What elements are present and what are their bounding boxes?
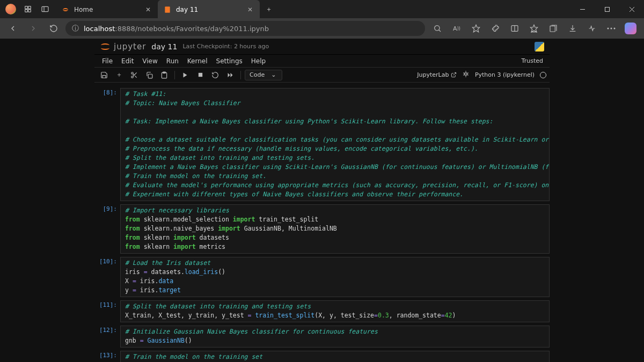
jupyter-menubar: File Edit View Run Kernel Settings Help … <box>94 55 550 68</box>
cell-type-select[interactable]: Code⌄ <box>245 70 282 80</box>
kernel-status-icon[interactable] <box>540 72 546 78</box>
jupyter-logo-text: jupyter <box>114 42 146 51</box>
collections-icon[interactable] <box>544 19 562 38</box>
paste-button[interactable] <box>158 69 171 81</box>
cell-prompt: [9]: <box>94 204 120 254</box>
trusted-label[interactable]: Trusted <box>522 57 546 64</box>
browser-addressbar: ⓘ localhost:8888/notebooks/Favorites/day… <box>0 18 644 39</box>
copilot-icon[interactable] <box>625 23 636 34</box>
cell-prompt: [8]: <box>94 88 120 201</box>
browser-tab-day11[interactable]: day 11 ✕ <box>158 0 260 18</box>
jupyterlab-link[interactable]: JupyterLab <box>417 71 457 78</box>
notebook-cells: [8]: # Task #11: # Topic: Naive Bayes Cl… <box>94 88 550 362</box>
split-screen-icon[interactable] <box>506 19 524 38</box>
svg-line-40 <box>467 73 469 73</box>
svg-line-41 <box>463 75 464 75</box>
svg-rect-4 <box>42 6 48 11</box>
svg-rect-6 <box>165 6 170 13</box>
svg-point-21 <box>611 28 612 29</box>
debugger-icon[interactable] <box>462 70 470 79</box>
tab-title: day 11 <box>176 6 241 13</box>
save-button[interactable] <box>98 69 111 81</box>
jupyter-logo-icon <box>100 41 111 52</box>
maximize-button[interactable] <box>595 0 619 18</box>
cell-prompt: [10]: <box>94 257 120 297</box>
workspaces-icon[interactable] <box>20 2 35 17</box>
favorites-bar-icon[interactable] <box>525 19 543 38</box>
code-cell[interactable]: [11]: # Split the dataset into training … <box>94 300 550 322</box>
svg-line-12 <box>439 30 441 32</box>
code-cell[interactable]: [12]: # Initialize Gaussian Naive Bayes … <box>94 326 550 348</box>
site-info-icon[interactable]: ⓘ <box>71 24 79 33</box>
code-cell[interactable]: [9]: # Import necessary libraries from s… <box>94 204 550 254</box>
url-input[interactable]: ⓘ localhost:8888/notebooks/Favorites/day… <box>65 21 425 36</box>
url-text: localhost:8888/notebooks/Favorites/day%2… <box>84 25 269 33</box>
cut-button[interactable] <box>128 69 141 81</box>
more-icon[interactable] <box>602 19 620 38</box>
extensions-icon[interactable] <box>486 19 504 38</box>
svg-point-22 <box>614 28 616 29</box>
jupyter-logo[interactable]: jupyter <box>100 41 146 52</box>
svg-rect-18 <box>550 26 555 32</box>
code-editor[interactable]: # Initialize Gaussian Naive Bayes classi… <box>120 326 550 348</box>
close-icon[interactable]: ✕ <box>144 5 152 14</box>
kernel-name[interactable]: Python 3 (ipykernel) <box>475 71 535 78</box>
browser-titlebar: Home ✕ day 11 ✕ ＋ <box>0 0 644 18</box>
svg-rect-32 <box>198 73 202 77</box>
code-cell[interactable]: [8]: # Task #11: # Topic: Naive Bayes Cl… <box>94 88 550 201</box>
minimize-button[interactable] <box>570 0 595 18</box>
svg-point-36 <box>465 73 467 76</box>
code-editor[interactable]: # Split the dataset into training and te… <box>120 300 550 322</box>
browser-tabs: Home ✕ day 11 ✕ ＋ <box>56 0 570 18</box>
copy-button[interactable] <box>143 69 156 81</box>
tab-actions-icon[interactable] <box>38 2 53 17</box>
menu-edit[interactable]: Edit <box>117 56 138 67</box>
add-cell-button[interactable]: ＋ <box>113 69 126 81</box>
menu-settings[interactable]: Settings <box>212 56 247 67</box>
downloads-icon[interactable] <box>564 19 582 38</box>
svg-rect-0 <box>25 6 28 9</box>
performance-icon[interactable] <box>583 19 601 38</box>
restart-button[interactable] <box>209 69 222 81</box>
favorite-icon[interactable] <box>467 19 485 38</box>
refresh-button[interactable] <box>45 20 62 37</box>
notebook-title[interactable]: day 11 <box>151 42 177 51</box>
back-button[interactable] <box>4 20 21 37</box>
svg-rect-28 <box>148 74 152 78</box>
interrupt-button[interactable] <box>194 69 207 81</box>
profile-avatar[interactable] <box>5 4 16 14</box>
run-button[interactable] <box>179 69 192 81</box>
search-engine-icon[interactable] <box>428 19 447 38</box>
svg-line-35 <box>453 72 456 75</box>
notebook-favicon <box>163 5 172 14</box>
checkpoint-text: Last Checkpoint: 2 hours ago <box>182 43 269 50</box>
svg-marker-34 <box>231 73 233 77</box>
python-icon <box>535 42 544 51</box>
code-editor[interactable]: # Train the model on the training set gn… <box>120 351 550 362</box>
read-aloud-icon[interactable]: A)) <box>448 19 466 38</box>
code-editor[interactable]: # Task #11: # Topic: Naive Bayes Classif… <box>120 88 550 201</box>
code-cell[interactable]: [10]: # Load the Iris dataset iris = dat… <box>94 257 550 297</box>
new-tab-button[interactable]: ＋ <box>260 0 278 18</box>
window-controls <box>570 0 644 18</box>
svg-rect-3 <box>28 10 31 12</box>
menu-run[interactable]: Run <box>162 56 183 67</box>
code-editor[interactable]: # Import necessary libraries from sklear… <box>120 204 550 254</box>
menu-help[interactable]: Help <box>247 56 270 67</box>
code-cell[interactable]: [13]: # Train the model on the training … <box>94 351 550 362</box>
svg-line-42 <box>467 75 469 75</box>
chevron-down-icon: ⌄ <box>271 71 276 78</box>
browser-tab-home[interactable]: Home ✕ <box>56 0 158 18</box>
svg-line-39 <box>463 73 464 73</box>
menu-view[interactable]: View <box>138 56 162 67</box>
svg-line-27 <box>133 73 134 75</box>
close-icon[interactable]: ✕ <box>246 5 254 14</box>
menu-file[interactable]: File <box>98 56 117 67</box>
code-editor[interactable]: # Load the Iris dataset iris = datasets.… <box>120 257 550 297</box>
svg-marker-31 <box>184 72 187 77</box>
menu-kernel[interactable]: Kernel <box>183 56 212 67</box>
jupyter-app: jupyter day 11 Last Checkpoint: 2 hours … <box>0 39 644 362</box>
close-window-button[interactable] <box>619 0 644 18</box>
restart-run-all-button[interactable] <box>224 69 237 81</box>
svg-point-11 <box>435 26 440 31</box>
